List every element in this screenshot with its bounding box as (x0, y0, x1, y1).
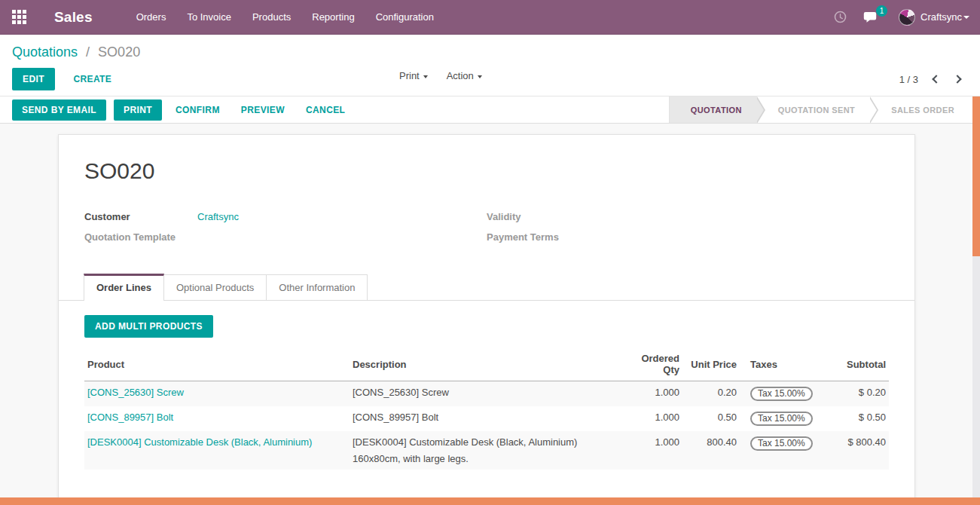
record-actions: EDIT CREATE (12, 68, 114, 90)
col-header-ordered-qty: Ordered Qty (621, 348, 682, 381)
navbar-right: 1 Craftsync (817, 9, 969, 26)
edit-button[interactable]: EDIT (12, 68, 55, 90)
ordered-qty-cell: 1.000 (621, 406, 682, 431)
vertical-scrollbar-thumb[interactable] (972, 96, 980, 256)
unit-price-cell: 0.50 (682, 406, 740, 431)
unit-price-cell: 0.20 (682, 381, 740, 407)
payment-terms-label: Payment Terms (487, 231, 600, 243)
action-dropdown[interactable]: Action (447, 70, 482, 81)
control-panel: Quotations / SO020 EDIT CREATE Print Act… (0, 35, 980, 96)
field-group-left: Customer Craftsync Quotation Template (84, 211, 487, 252)
form-view-area: SO020 Customer Craftsync Quotation Templ… (0, 124, 972, 497)
chevron-left-icon[interactable] (932, 75, 940, 83)
document-title: SO020 (84, 158, 889, 184)
create-button[interactable]: CREATE (70, 68, 114, 90)
order-line-row[interactable]: [CONS_25630] Screw [CONS_25630] Screw 1.… (84, 381, 889, 407)
form-statusbar: SEND BY EMAIL PRINT CONFIRM PREVIEW CANC… (0, 96, 972, 124)
product-link[interactable]: [CONS_25630] Screw (87, 387, 184, 398)
messages-count-badge: 1 (876, 5, 887, 17)
col-header-unit-price: Unit Price (682, 348, 740, 381)
nav-item-configuration[interactable]: Configuration (365, 0, 444, 35)
status-step-sales-order[interactable]: SALES ORDER (870, 96, 972, 123)
customer-field: Customer Craftsync (84, 211, 487, 223)
cancel-button[interactable]: CANCEL (300, 99, 351, 121)
unit-price-cell: 800.40 (682, 431, 740, 470)
breadcrumb: Quotations / SO020 (12, 44, 968, 60)
tab-optional-products[interactable]: Optional Products (164, 274, 267, 300)
subtotal-cell: $ 800.40 (826, 431, 889, 470)
nav-item-reporting[interactable]: Reporting (301, 0, 365, 35)
chevron-down-icon (963, 16, 969, 19)
col-header-product: Product (84, 348, 350, 381)
breadcrumb-separator: / (86, 44, 90, 60)
app-menu: Orders To Invoice Products Reporting Con… (126, 0, 444, 34)
col-header-description: Description (350, 348, 621, 381)
order-lines-table: Product Description Ordered Qty Unit Pri… (84, 348, 889, 470)
nav-item-products[interactable]: Products (242, 0, 301, 35)
print-button[interactable]: PRINT (114, 99, 162, 121)
preview-button[interactable]: PREVIEW (235, 99, 291, 121)
chevron-down-icon (423, 75, 428, 78)
col-header-taxes: Taxes (740, 348, 826, 381)
validity-field: Validity (487, 211, 889, 223)
customer-label: Customer (84, 211, 197, 223)
ordered-qty-cell: 1.000 (621, 381, 682, 407)
chevron-down-icon (478, 75, 482, 78)
vertical-scrollbar-track (972, 96, 980, 497)
order-line-row[interactable]: [CONS_89957] Bolt [CONS_89957] Bolt 1.00… (84, 406, 889, 431)
tab-other-information[interactable]: Other Information (267, 274, 368, 300)
nav-item-orders[interactable]: Orders (126, 0, 177, 35)
tax-badge: Tax 15.00% (750, 387, 813, 401)
messages-chat-bubble-icon[interactable]: 1 (863, 11, 879, 24)
status-step-quotation-sent[interactable]: QUOTATION SENT (757, 96, 870, 123)
subtotal-cell: $ 0.50 (826, 406, 889, 431)
field-group-right: Validity Payment Terms (487, 211, 889, 252)
confirm-button[interactable]: CONFIRM (169, 99, 226, 121)
quotation-template-field: Quotation Template (84, 231, 487, 243)
navbar-left: Sales Orders To Invoice Products Reporti… (12, 0, 444, 34)
quotation-template-label: Quotation Template (84, 231, 197, 243)
validity-label: Validity (487, 211, 600, 223)
user-avatar[interactable] (899, 9, 915, 26)
tax-badge: Tax 15.00% (750, 412, 813, 426)
print-dropdown[interactable]: Print (399, 70, 428, 81)
product-link[interactable]: [DESK0004] Customizable Desk (Black, Alu… (87, 436, 312, 448)
nav-item-to-invoice[interactable]: To Invoice (176, 0, 242, 35)
order-lines-pane: ADD MULTI PRODUCTS Product Description O… (84, 301, 889, 497)
table-header-row: Product Description Ordered Qty Unit Pri… (84, 348, 889, 381)
customer-value-link[interactable]: Craftsync (197, 211, 239, 222)
col-header-subtotal: Subtotal (826, 348, 889, 381)
tab-order-lines[interactable]: Order Lines (84, 274, 164, 301)
horizontal-scrollbar-thumb[interactable] (0, 497, 980, 505)
subtotal-cell: $ 0.20 (826, 381, 889, 407)
statusbar-buttons: SEND BY EMAIL PRINT CONFIRM PREVIEW CANC… (12, 99, 360, 121)
breadcrumb-current: SO020 (98, 44, 140, 60)
chevron-right-icon[interactable] (953, 75, 961, 83)
status-step-quotation[interactable]: QUOTATION (670, 96, 757, 123)
control-panel-actions: EDIT CREATE Print Action 1 / 3 (12, 68, 968, 90)
dropdown-menus: Print Action (399, 70, 499, 81)
ordered-qty-cell: 1.000 (621, 431, 682, 470)
quotation-sheet: SO020 Customer Craftsync Quotation Templ… (58, 134, 915, 497)
pager: 1 / 3 (899, 74, 968, 85)
pager-value: 1 / 3 (899, 74, 918, 85)
sales-app-window: Sales Orders To Invoice Products Reporti… (0, 0, 980, 505)
breadcrumb-quotations-link[interactable]: Quotations (12, 44, 78, 60)
tax-badge: Tax 15.00% (750, 436, 813, 451)
payment-terms-field: Payment Terms (487, 231, 889, 243)
activities-clock-icon[interactable] (834, 11, 847, 23)
field-groups: Customer Craftsync Quotation Template Va… (84, 211, 889, 252)
product-link[interactable]: [CONS_89957] Bolt (87, 412, 173, 423)
apps-menu-icon[interactable] (12, 10, 26, 24)
send-by-email-button[interactable]: SEND BY EMAIL (12, 99, 106, 121)
top-navbar: Sales Orders To Invoice Products Reporti… (0, 0, 980, 35)
status-widget: QUOTATION QUOTATION SENT SALES ORDER (669, 96, 972, 123)
notebook-tabs: Order Lines Optional Products Other Info… (59, 274, 914, 301)
user-menu[interactable]: Craftsync (920, 11, 962, 23)
add-multi-products-button[interactable]: ADD MULTI PRODUCTS (84, 315, 213, 338)
order-line-row[interactable]: [DESK0004] Customizable Desk (Black, Alu… (84, 431, 889, 470)
app-title[interactable]: Sales (54, 9, 93, 26)
